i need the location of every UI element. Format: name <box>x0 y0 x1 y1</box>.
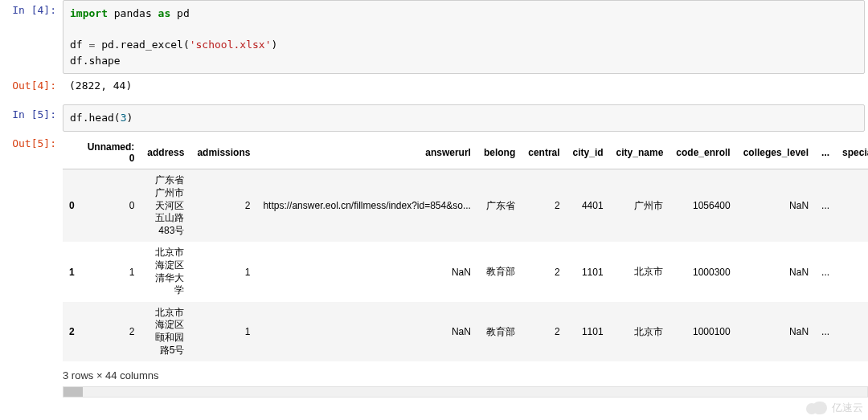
cell-answerurl: NaN <box>256 302 477 361</box>
index-header <box>63 137 81 169</box>
cell-special: [] <box>836 242 868 301</box>
col-header: ... <box>815 137 836 169</box>
cell-ellipsis: ... <box>815 242 836 301</box>
cell-5-input: In [5]: df.head(3) <box>0 104 868 132</box>
col-header: belong <box>477 137 522 169</box>
cell-5-output: Out[5]: Unnamed:0 address admissions ans… <box>0 133 868 402</box>
table-row: 1 1 北京市海淀区清华大学 1 NaN 教育部 2 1101 北京市 1000… <box>63 242 868 301</box>
col-header: Unnamed:0 <box>81 137 141 169</box>
keyword-as: as <box>158 7 171 19</box>
out-prompt-5: Out[5]: <box>0 133 63 154</box>
table-row: 0 0 广东省广州市天河区五山路483号 2 https://answer.eo… <box>63 169 868 242</box>
col-header: address <box>141 137 190 169</box>
cell-ellipsis: ... <box>815 169 836 242</box>
col-header: city_name <box>610 137 670 169</box>
col-header: admissions <box>190 137 256 169</box>
cell-cityid: 1101 <box>567 242 610 301</box>
cell-unnamed: 0 <box>81 169 141 242</box>
cell-address: 广东省广州市天河区五山路483号 <box>141 169 190 242</box>
in-prompt-5: In [5]: <box>0 104 63 125</box>
code-text: df.shape <box>70 55 121 67</box>
cell-ellipsis: ... <box>815 302 836 361</box>
cell-admissions: 1 <box>190 242 256 301</box>
cell-special: [] <box>836 302 868 361</box>
col-header: colleges_level <box>737 137 815 169</box>
cell-admissions: 2 <box>190 169 256 242</box>
code-text: df <box>70 39 88 51</box>
code-text: df.head( <box>70 112 121 124</box>
cell-answerurl: NaN <box>256 242 477 301</box>
cell-codeenroll: 1000300 <box>669 242 736 301</box>
code-text: pd.read_excel( <box>95 39 189 51</box>
cell-collegeslevel: NaN <box>737 242 815 301</box>
table-row: 2 2 北京市海淀区颐和园路5号 1 NaN 教育部 2 1101 北京市 10… <box>63 302 868 361</box>
cell-cityid: 4401 <box>567 169 610 242</box>
dataframe-summary: 3 rows × 44 columns <box>63 361 868 386</box>
output-4: (2822, 44) <box>63 75 868 96</box>
cell-belong: 教育部 <box>477 242 522 301</box>
keyword-import: import <box>70 7 108 19</box>
col-header: city_id <box>567 137 610 169</box>
code-text: pandas <box>108 7 158 19</box>
code-text: ) <box>126 112 133 124</box>
cell-codeenroll: 1000100 <box>669 302 736 361</box>
cell-unnamed: 2 <box>81 302 141 361</box>
code-text: pd <box>170 7 189 19</box>
cell-cityname: 北京市 <box>610 242 670 301</box>
code-input-5[interactable]: df.head(3) <box>63 104 865 132</box>
code-input-4[interactable]: import pandas as pd df = pd.read_excel('… <box>63 0 865 74</box>
row-index: 0 <box>63 169 81 242</box>
col-header: code_enroll <box>669 137 736 169</box>
cell-cityname: 北京市 <box>610 302 670 361</box>
cell-belong: 广东省 <box>477 169 522 242</box>
cell-central: 2 <box>522 302 566 361</box>
cell-cityname: 广州市 <box>610 169 670 242</box>
scrollbar-thumb[interactable] <box>63 387 83 397</box>
cell-address: 北京市海淀区颐和园路5号 <box>141 302 190 361</box>
watermark: 亿速云 <box>806 401 863 402</box>
cell-special: [] <box>836 169 868 242</box>
cell-central: 2 <box>522 242 566 301</box>
out-prompt-4: Out[4]: <box>0 75 63 96</box>
dataframe-output: Unnamed:0 address admissions answerurl b… <box>63 133 868 402</box>
cell-collegeslevel: NaN <box>737 169 815 242</box>
col-header: answerurl <box>256 137 477 169</box>
cell-cityid: 1101 <box>567 302 610 361</box>
dataframe-table: Unnamed:0 address admissions answerurl b… <box>63 137 868 362</box>
table-header-row: Unnamed:0 address admissions answerurl b… <box>63 137 868 169</box>
cloud-icon <box>806 402 829 402</box>
col-header: central <box>522 137 566 169</box>
string-literal: 'school.xlsx' <box>190 39 272 51</box>
code-text: ) <box>271 39 277 51</box>
notebook: In [4]: import pandas as pd df = pd.read… <box>0 0 868 401</box>
cell-address: 北京市海淀区清华大学 <box>141 242 190 301</box>
cell-central: 2 <box>522 169 566 242</box>
watermark-text: 亿速云 <box>832 401 863 402</box>
cell-collegeslevel: NaN <box>737 302 815 361</box>
horizontal-scrollbar[interactable] <box>63 386 868 398</box>
cell-admissions: 1 <box>190 302 256 361</box>
cell-codeenroll: 1056400 <box>669 169 736 242</box>
col-header: special <box>836 137 868 169</box>
row-index: 1 <box>63 242 81 301</box>
cell-answerurl: https://answer.eol.cn/fillmess/index?id=… <box>256 169 477 242</box>
cell-4-input: In [4]: import pandas as pd df = pd.read… <box>0 0 868 74</box>
row-index: 2 <box>63 302 81 361</box>
cell-unnamed: 1 <box>81 242 141 301</box>
cell-4-output: Out[4]: (2822, 44) <box>0 75 868 96</box>
in-prompt-4: In [4]: <box>0 0 63 21</box>
cell-belong: 教育部 <box>477 302 522 361</box>
